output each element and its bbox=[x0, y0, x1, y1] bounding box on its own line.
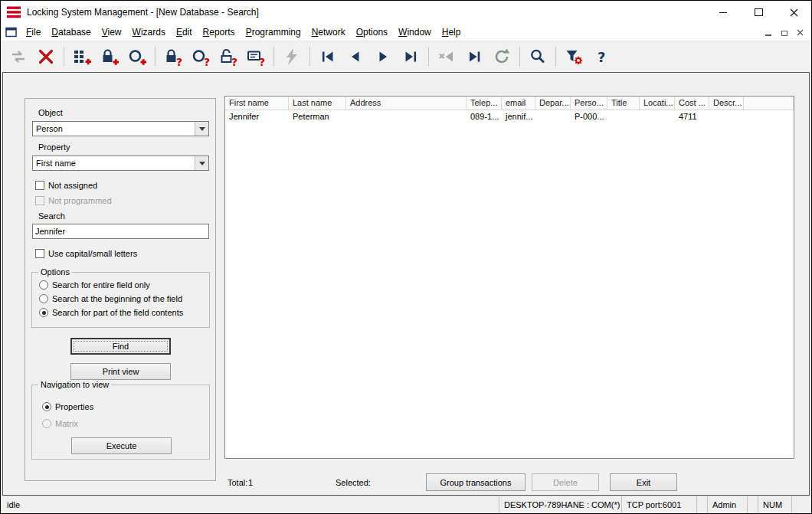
new-transponder-icon bbox=[127, 47, 147, 67]
main-area: Object Person Property First name Not as… bbox=[2, 72, 810, 496]
column-header-first-name[interactable]: First name bbox=[225, 97, 289, 110]
cell-email: jennif... bbox=[502, 110, 535, 123]
navigation-group-title: Navigation to view bbox=[38, 380, 111, 389]
next-record-button[interactable] bbox=[369, 44, 397, 70]
cell-title bbox=[607, 110, 640, 123]
menu-item-database[interactable]: Database bbox=[46, 25, 96, 39]
app-logo-icon bbox=[7, 5, 21, 19]
menu-item-window[interactable]: Window bbox=[393, 25, 437, 39]
refresh-icon bbox=[492, 47, 512, 67]
program-icon bbox=[282, 47, 302, 67]
result-row[interactable]: Jennifer Peterman 089-1... jennif... P-0… bbox=[225, 110, 794, 123]
radio-icon bbox=[39, 280, 48, 290]
mdi-window-controls bbox=[759, 26, 807, 38]
new-transponder-button[interactable] bbox=[123, 44, 151, 70]
document-icon bbox=[5, 27, 17, 38]
menu-item-view[interactable]: View bbox=[97, 25, 127, 39]
menu-item-edit[interactable]: Edit bbox=[171, 25, 198, 39]
search-button[interactable] bbox=[524, 44, 552, 70]
read-access-icon: ? bbox=[218, 47, 238, 67]
radio-beginning-of-field[interactable]: Search at the beginning of the field bbox=[39, 294, 182, 303]
column-header-email[interactable]: email bbox=[502, 97, 535, 110]
column-header-location[interactable]: Locati... bbox=[640, 97, 675, 110]
execute-button[interactable]: Execute bbox=[71, 437, 172, 454]
cancel-search-icon bbox=[437, 47, 457, 67]
previous-record-button[interactable] bbox=[342, 44, 369, 70]
mdi-close-button[interactable] bbox=[793, 26, 807, 38]
resume-search-button[interactable] bbox=[460, 44, 488, 70]
radio-entire-field[interactable]: Search for entire field only bbox=[39, 280, 150, 290]
object-select[interactable]: Person bbox=[32, 121, 209, 136]
menu-item-help[interactable]: Help bbox=[437, 25, 467, 39]
menu-item-reports[interactable]: Reports bbox=[198, 25, 241, 39]
next-record-icon bbox=[373, 47, 393, 67]
toolbar-separator bbox=[555, 47, 556, 67]
menu-item-options[interactable]: Options bbox=[351, 25, 393, 39]
column-header-description[interactable]: Descr... bbox=[709, 97, 744, 110]
menu-item-file[interactable]: File bbox=[21, 25, 46, 39]
last-record-button[interactable] bbox=[397, 44, 424, 70]
maximize-button[interactable] bbox=[741, 1, 776, 24]
toolbar-separator bbox=[428, 47, 429, 67]
column-header-title[interactable]: Title bbox=[607, 97, 640, 110]
options-group: Options Search for entire field only Sea… bbox=[31, 272, 210, 328]
mdi-restore-button[interactable] bbox=[777, 26, 791, 38]
property-select[interactable]: First name bbox=[32, 156, 209, 171]
exit-button[interactable]: Exit bbox=[610, 473, 677, 491]
case-sensitive-checkbox[interactable]: Use capital/small letters bbox=[35, 249, 137, 258]
menubar: File Database View Wizards Edit Reports … bbox=[1, 24, 811, 41]
column-header-address[interactable]: Address bbox=[346, 97, 467, 110]
column-header-personnel[interactable]: Perso... bbox=[571, 97, 607, 110]
cell-personnel: P-000... bbox=[571, 110, 607, 123]
properties-label: Properties bbox=[55, 402, 93, 411]
not-assigned-checkbox[interactable]: Not assigned bbox=[35, 181, 97, 190]
read-transponder-button[interactable]: ? bbox=[187, 44, 214, 70]
close-button[interactable] bbox=[776, 1, 811, 24]
refresh-button[interactable] bbox=[488, 44, 516, 70]
radio-icon bbox=[42, 419, 51, 428]
cell-address bbox=[346, 110, 467, 123]
read-card-button[interactable]: ? bbox=[242, 44, 270, 70]
first-record-button[interactable] bbox=[314, 44, 342, 70]
disconnect-button[interactable] bbox=[32, 44, 60, 70]
resume-search-icon bbox=[464, 47, 484, 67]
search-panel: Object Person Property First name Not as… bbox=[25, 98, 216, 481]
group-transactions-button[interactable]: Group transactions bbox=[426, 473, 526, 491]
options-group-title: Options bbox=[38, 267, 72, 277]
column-header-last-name[interactable]: Last name bbox=[289, 97, 346, 110]
status-tcp-port: TCP port:6001 bbox=[621, 496, 696, 513]
property-label: Property bbox=[38, 142, 70, 152]
column-header-telephone[interactable]: Telep... bbox=[467, 97, 502, 110]
new-locking-system-button[interactable] bbox=[68, 44, 96, 70]
navigation-group: Navigation to view Properties Matrix Exe… bbox=[31, 385, 210, 460]
svg-text:?: ? bbox=[259, 56, 265, 67]
radio-part-of-field[interactable]: Search for part of the field contents bbox=[39, 308, 183, 317]
toolbar-separator bbox=[519, 47, 520, 67]
new-locking-system-icon bbox=[72, 47, 92, 67]
menu-item-network[interactable]: Network bbox=[306, 25, 351, 39]
menu-item-programming[interactable]: Programming bbox=[241, 25, 306, 39]
read-access-button[interactable]: ? bbox=[214, 44, 242, 70]
cell-filler bbox=[744, 110, 794, 123]
new-lock-button[interactable] bbox=[96, 44, 123, 70]
not-programmed-checkbox: Not programmed bbox=[35, 196, 112, 205]
status-num-lock: NUM bbox=[758, 496, 791, 513]
search-input[interactable] bbox=[32, 224, 209, 239]
minimize-button[interactable] bbox=[706, 1, 741, 24]
radio-icon bbox=[42, 402, 51, 411]
part-of-field-label: Search for part of the field contents bbox=[52, 308, 183, 317]
mdi-minimize-button[interactable] bbox=[761, 26, 775, 38]
radio-properties[interactable]: Properties bbox=[42, 402, 93, 411]
filter-settings-icon bbox=[564, 47, 584, 67]
find-button[interactable]: Find bbox=[70, 338, 171, 355]
first-record-icon bbox=[318, 47, 338, 67]
column-header-department[interactable]: Depar... bbox=[535, 97, 571, 110]
column-header-cost[interactable]: Cost ... bbox=[675, 97, 709, 110]
menu-item-wizards[interactable]: Wizards bbox=[127, 25, 171, 39]
print-view-button[interactable]: Print view bbox=[70, 363, 171, 380]
cell-description bbox=[709, 110, 744, 123]
filter-settings-button[interactable] bbox=[560, 44, 588, 70]
help-button[interactable]: ? bbox=[588, 44, 615, 70]
previous-record-icon bbox=[345, 47, 365, 67]
read-lock-button[interactable]: ? bbox=[159, 44, 187, 70]
